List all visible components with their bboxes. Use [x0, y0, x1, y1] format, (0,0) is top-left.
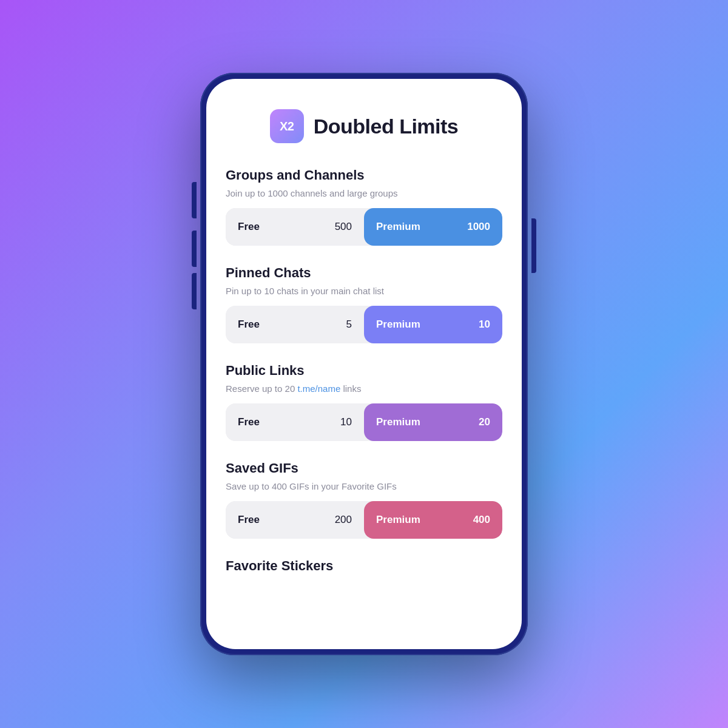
premium-side-gifs: Premium 400: [364, 501, 502, 539]
section-title-pinned: Pinned Chats: [226, 265, 502, 281]
section-desc-links-prefix: Reserve up to 20: [226, 383, 297, 394]
section-desc-links: Reserve up to 20 t.me/name links: [226, 382, 502, 395]
free-label-pinned: Free: [238, 318, 260, 331]
premium-side-groups: Premium 1000: [364, 208, 502, 246]
phone-frame: X2 Doubled Limits Groups and Channels Jo…: [200, 73, 528, 655]
x2-badge-text: X2: [280, 120, 294, 133]
section-title-stickers: Favorite Stickers: [226, 558, 502, 574]
section-desc-groups: Join up to 1000 channels and large group…: [226, 187, 502, 200]
limit-bar-pinned: Free 5 Premium 10: [226, 306, 502, 343]
free-label-links: Free: [238, 416, 260, 428]
section-desc-gifs-text: Save up to 400 GIFs in your Favorite GIF…: [226, 481, 397, 491]
limit-bar-links: Free 10 Premium 20: [226, 403, 502, 441]
page-title: Doubled Limits: [314, 115, 459, 138]
premium-label-groups: Premium: [376, 221, 420, 233]
premium-side-pinned: Premium 10: [364, 306, 502, 343]
free-count-links: 10: [340, 416, 352, 428]
section-desc-groups-text: Join up to 1000 channels and large group…: [226, 188, 398, 198]
section-groups: Groups and Channels Join up to 1000 chan…: [226, 167, 502, 246]
premium-count-gifs: 400: [473, 514, 490, 526]
premium-side-links: Premium 20: [364, 403, 502, 441]
section-desc-links-link[interactable]: t.me/name: [297, 383, 340, 394]
section-stickers: Favorite Stickers: [226, 558, 502, 574]
section-title-links: Public Links: [226, 363, 502, 379]
premium-count-pinned: 10: [479, 318, 490, 331]
section-title-gifs: Saved GIFs: [226, 460, 502, 476]
section-desc-gifs: Save up to 400 GIFs in your Favorite GIF…: [226, 480, 502, 493]
free-count-pinned: 5: [346, 318, 352, 331]
limit-bar-groups: Free 500 Premium 1000: [226, 208, 502, 246]
free-count-groups: 500: [335, 221, 352, 233]
section-gifs: Saved GIFs Save up to 400 GIFs in your F…: [226, 460, 502, 539]
section-title-groups: Groups and Channels: [226, 167, 502, 183]
section-desc-pinned-text: Pin up to 10 chats in your main chat lis…: [226, 286, 384, 296]
section-desc-links-suffix: links: [340, 383, 361, 394]
free-side-links: Free 10: [226, 403, 364, 441]
free-label-gifs: Free: [238, 514, 260, 526]
premium-label-pinned: Premium: [376, 318, 420, 331]
free-label-groups: Free: [238, 221, 260, 233]
premium-label-gifs: Premium: [376, 514, 420, 526]
x2-badge: X2: [270, 109, 304, 143]
free-side-groups: Free 500: [226, 208, 364, 246]
section-pinned: Pinned Chats Pin up to 10 chats in your …: [226, 265, 502, 343]
premium-label-links: Premium: [376, 416, 420, 428]
free-count-gifs: 200: [335, 514, 352, 526]
phone-screen: X2 Doubled Limits Groups and Channels Jo…: [206, 79, 522, 649]
page-header: X2 Doubled Limits: [226, 109, 502, 143]
premium-count-groups: 1000: [467, 221, 490, 233]
section-links: Public Links Reserve up to 20 t.me/name …: [226, 363, 502, 441]
premium-count-links: 20: [479, 416, 490, 428]
limit-bar-gifs: Free 200 Premium 400: [226, 501, 502, 539]
section-desc-pinned: Pin up to 10 chats in your main chat lis…: [226, 285, 502, 297]
free-side-gifs: Free 200: [226, 501, 364, 539]
free-side-pinned: Free 5: [226, 306, 364, 343]
screen-content: X2 Doubled Limits Groups and Channels Jo…: [206, 79, 522, 649]
